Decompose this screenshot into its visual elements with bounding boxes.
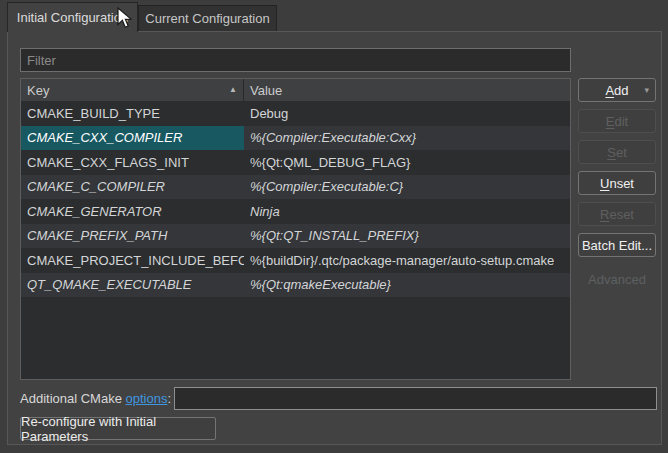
additional-cmake-options-label: Additional CMake options: (20, 391, 171, 406)
key-cell[interactable]: CMAKE_CXX_FLAGS_INIT (21, 150, 244, 175)
value-cell[interactable]: %{buildDir}/.qtc/package-manager/auto-se… (244, 248, 570, 273)
cmake-configuration-panel: Current Configuration Initial Configurat… (0, 0, 668, 453)
batch-edit-button[interactable]: Batch Edit... (578, 233, 656, 257)
set-button-label: S (607, 145, 616, 160)
table-row[interactable]: CMAKE_C_COMPILER%{Compiler:Executable:C} (21, 175, 570, 200)
configuration-table: Key ▲ Value CMAKE_BUILD_TYPEDebugCMAKE_C… (20, 78, 571, 380)
value-cell[interactable]: %{Qt:QML_DEBUG_FLAG} (244, 150, 570, 175)
mouse-cursor (117, 7, 132, 29)
key-cell[interactable]: QT_QMAKE_EXECUTABLE (21, 273, 244, 298)
table-row[interactable]: CMAKE_PREFIX_PATH%{Qt:QT_INSTALL_PREFIX} (21, 224, 570, 249)
additional-cmake-options-input[interactable] (174, 387, 657, 410)
table-row[interactable]: CMAKE_GENERATORNinja (21, 199, 570, 224)
edit-button[interactable]: Edit (578, 109, 656, 133)
set-button-label-rest: et (616, 145, 627, 160)
options-label-suffix: : (167, 391, 171, 406)
tab-current-configuration[interactable]: Current Configuration (138, 5, 277, 31)
sort-ascending-icon: ▲ (229, 86, 237, 94)
add-button[interactable]: Add ▾ (578, 78, 656, 102)
set-button[interactable]: Set (578, 140, 656, 164)
key-cell[interactable]: CMAKE_C_COMPILER (21, 175, 244, 200)
reset-button-label-rest: eset (609, 207, 634, 222)
value-cell[interactable]: %{Compiler:Executable:C} (244, 175, 570, 200)
table-body: CMAKE_BUILD_TYPEDebugCMAKE_CXX_COMPILER%… (21, 101, 570, 297)
options-link[interactable]: options (126, 391, 168, 406)
table-row[interactable]: CMAKE_CXX_FLAGS_INIT%{Qt:QML_DEBUG_FLAG} (21, 150, 570, 175)
column-header-value[interactable]: Value (244, 79, 570, 101)
dropdown-arrow-icon: ▾ (644, 85, 649, 95)
value-cell[interactable]: Ninja (244, 199, 570, 224)
value-cell[interactable]: %{Compiler:Executable:Cxx} (244, 126, 570, 151)
value-cell[interactable]: Debug (244, 101, 570, 126)
key-cell[interactable]: CMAKE_GENERATOR (21, 199, 244, 224)
key-cell[interactable]: CMAKE_PREFIX_PATH (21, 224, 244, 249)
reconfigure-button[interactable]: Re-configure with Initial Parameters (20, 417, 216, 440)
unset-button-label: U (600, 176, 609, 191)
advanced-toggle[interactable]: Advanced (578, 272, 656, 287)
key-cell[interactable]: CMAKE_PROJECT_INCLUDE_BEFORE (21, 248, 244, 273)
edit-button-label-rest: dit (614, 114, 628, 129)
table-row[interactable]: QT_QMAKE_EXECUTABLE%{Qt:qmakeExecutable} (21, 273, 570, 298)
add-button-label: A (605, 83, 614, 98)
table-header: Key ▲ Value (21, 79, 570, 101)
filter-input[interactable] (20, 48, 571, 72)
unset-button[interactable]: Unset (578, 171, 656, 195)
unset-button-label-rest: nset (609, 176, 634, 191)
value-cell[interactable]: %{Qt:QT_INSTALL_PREFIX} (244, 224, 570, 249)
value-cell[interactable]: %{Qt:qmakeExecutable} (244, 273, 570, 298)
reset-button-label: R (600, 207, 609, 222)
reset-button[interactable]: Reset (578, 202, 656, 226)
key-cell[interactable]: CMAKE_BUILD_TYPE (21, 101, 244, 126)
table-row[interactable]: CMAKE_BUILD_TYPEDebug (21, 101, 570, 126)
column-header-key[interactable]: Key ▲ (21, 79, 244, 101)
key-cell[interactable]: CMAKE_CXX_COMPILER (21, 126, 244, 151)
table-row[interactable]: CMAKE_CXX_COMPILER%{Compiler:Executable:… (21, 126, 570, 151)
add-button-label-rest: dd (614, 83, 628, 98)
column-header-key-label: Key (27, 83, 49, 98)
table-row[interactable]: CMAKE_PROJECT_INCLUDE_BEFORE%{buildDir}/… (21, 248, 570, 273)
options-label-prefix: Additional CMake (20, 391, 126, 406)
